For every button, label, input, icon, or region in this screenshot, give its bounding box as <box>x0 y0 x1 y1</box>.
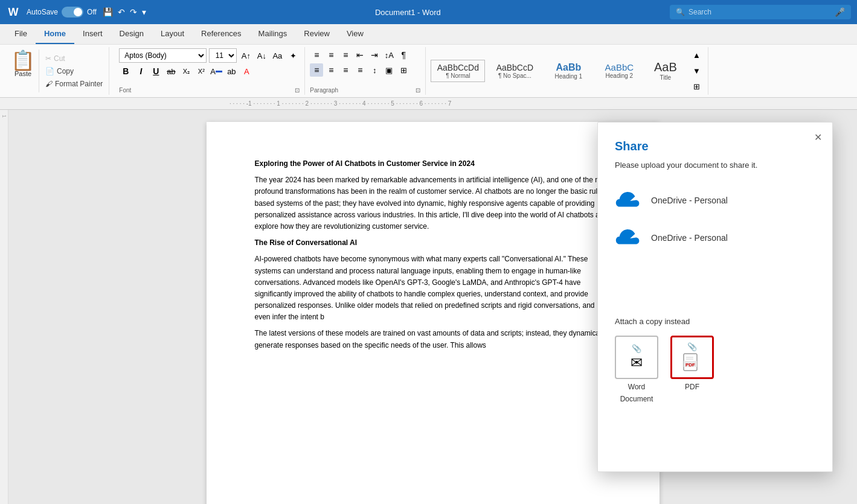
toggle-knob <box>74 8 82 16</box>
italic-button[interactable]: I <box>134 65 147 78</box>
text-highlight-button[interactable]: A <box>240 65 253 78</box>
modal-close-button[interactable]: ✕ <box>810 130 825 144</box>
paperclip-icon: 📎 <box>632 344 641 353</box>
style-h1-label: Heading 1 <box>555 73 583 80</box>
align-right-button[interactable]: ≡ <box>339 63 352 77</box>
search-bar[interactable]: 🔍 Search 🎤 <box>670 5 851 19</box>
styles-scroll-down[interactable]: ▼ <box>690 64 703 77</box>
font-group: Aptos (Body) 11 A↑ A↓ Aa ✦ B I U ab X₂ <box>114 47 305 95</box>
underline-button[interactable]: U <box>149 65 162 78</box>
quick-access-toolbar: 💾 ↶ ↷ ▾ <box>103 7 146 17</box>
doc-para2: AI-powered chatbots have become synonymo… <box>255 254 611 323</box>
paragraph-group: ≡ ≡ ≡ ⇤ ⇥ ↕A ¶ ≡ ≡ ≡ ≡ ↕ ▣ ⊞ <box>305 47 426 95</box>
customize-button[interactable]: ▾ <box>142 7 146 17</box>
paragraph-dialog-button[interactable]: ⊡ <box>416 87 420 94</box>
tab-home[interactable]: Home <box>36 24 74 44</box>
attach-options: 📎 ✉ Word Document 📎 <box>615 336 815 403</box>
attach-pdf-option[interactable]: 📎 PDF PDF <box>670 336 714 403</box>
style-nospace-option[interactable]: AaBbCcD ¶ No Spac... <box>487 60 542 81</box>
style-normal-option[interactable]: AaBbCcDd ¶ Normal <box>431 60 485 82</box>
tab-review[interactable]: Review <box>295 24 338 44</box>
attach-word-option[interactable]: 📎 ✉ Word Document <box>615 336 658 403</box>
sort-button[interactable]: ↕A <box>382 48 396 62</box>
word-attach-box: 📎 ✉ <box>615 336 658 379</box>
doc-para1: The year 2024 has been marked by remarka… <box>255 174 611 232</box>
styles-scroll-up[interactable]: ▲ <box>690 48 703 62</box>
doc-heading2: The Rise of Conversational AI <box>255 237 611 249</box>
save-button[interactable]: 💾 <box>103 7 113 17</box>
style-h2-preview: AaBbC <box>605 62 634 72</box>
style-title-option[interactable]: AaB Title <box>646 58 685 83</box>
font-row2: B I U ab X₂ X² A ab A <box>119 65 253 78</box>
cut-button[interactable]: ✂ Cut <box>43 53 105 64</box>
ribbon-content: 📋 Paste ✂ Cut 📄 Copy 🖌 Format Painter <box>0 44 857 97</box>
style-title-preview: AaB <box>654 60 677 74</box>
tab-file[interactable]: File <box>6 24 36 44</box>
numbering-button[interactable]: ≡ <box>324 48 338 62</box>
style-normal-label: ¶ Normal <box>446 72 470 79</box>
attach-section: Attach a copy instead 📎 ✉ Word Document <box>598 317 832 403</box>
style-heading1-option[interactable]: AaBb Heading 1 <box>544 60 592 82</box>
word-attach-label2: Document <box>620 395 653 403</box>
justify-button[interactable]: ≡ <box>353 63 367 77</box>
share-modal: ✕ Share Please upload your document to s… <box>597 122 833 472</box>
increase-font-button[interactable]: A↑ <box>239 49 252 62</box>
document-area: 1 Exploring the Power of AI Chatbots in … <box>0 110 857 504</box>
multilevel-list-button[interactable]: ≡ <box>339 48 352 62</box>
change-case-button[interactable]: Aa <box>271 49 284 62</box>
font-dialog-button[interactable]: ⊡ <box>295 87 300 94</box>
autosave-state: Off <box>87 8 97 16</box>
undo-button[interactable]: ↶ <box>118 7 125 17</box>
copy-button[interactable]: 📄 Copy <box>43 66 105 77</box>
paste-icon: 📋 <box>11 51 35 70</box>
subscript-button[interactable]: X₂ <box>179 65 193 78</box>
tab-view[interactable]: View <box>338 24 372 44</box>
align-left-button[interactable]: ≡ <box>310 63 323 77</box>
onedrive-option-1[interactable]: OneDrive - Personal <box>598 182 832 219</box>
paragraph-group-label: Paragraph ⊡ <box>310 87 420 94</box>
superscript-button[interactable]: X² <box>194 65 208 78</box>
borders-button[interactable]: ⊞ <box>397 63 410 77</box>
format-painter-button[interactable]: 🖌 Format Painter <box>43 78 105 89</box>
tab-insert[interactable]: Insert <box>74 24 111 44</box>
font-color-button[interactable]: A <box>210 65 223 78</box>
onedrive-icon-1 <box>615 190 641 211</box>
svg-text:PDF: PDF <box>685 362 695 368</box>
font-group-label: Font ⊡ <box>119 87 300 94</box>
decrease-font-button[interactable]: A↓ <box>255 49 268 62</box>
show-marks-button[interactable]: ¶ <box>397 48 410 62</box>
voice-search-icon[interactable]: 🎤 <box>835 7 845 17</box>
bold-button[interactable]: B <box>119 65 132 78</box>
highlight-button[interactable]: ab <box>225 65 238 78</box>
pdf-attach-box: 📎 PDF <box>670 336 714 379</box>
tab-references[interactable]: References <box>193 24 249 44</box>
increase-indent-button[interactable]: ⇥ <box>368 48 381 62</box>
document-page[interactable]: Exploring the Power of AI Chatbots in Cu… <box>207 122 660 504</box>
styles-expand[interactable]: ⊞ <box>690 80 703 93</box>
pdf-icon-wrapper: PDF <box>682 352 702 373</box>
style-heading2-option[interactable]: AaBbC Heading 2 <box>595 60 643 81</box>
align-center-button[interactable]: ≡ <box>324 63 338 77</box>
doc-heading1: Exploring the Power of AI Chatbots in Cu… <box>255 158 611 170</box>
clear-formatting-button[interactable]: ✦ <box>286 49 300 62</box>
ribbon-tabs: File Home Insert Design Layout Reference… <box>0 24 857 44</box>
redo-button[interactable]: ↷ <box>130 7 137 17</box>
onedrive-label-1: OneDrive - Personal <box>651 196 728 205</box>
style-h1-preview: AaBb <box>556 62 581 73</box>
onedrive-option-2[interactable]: OneDrive - Personal <box>598 219 832 257</box>
tab-mailings[interactable]: Mailings <box>250 24 296 44</box>
strikethrough-button[interactable]: ab <box>164 65 178 78</box>
bullets-button[interactable]: ≡ <box>310 48 323 62</box>
pdf-attach-label: PDF <box>685 383 699 391</box>
line-spacing-button[interactable]: ↕ <box>368 63 381 77</box>
autosave-toggle[interactable] <box>62 7 83 18</box>
title-bar: W AutoSave Off 💾 ↶ ↷ ▾ Document1 - Word … <box>0 0 857 24</box>
paste-button[interactable]: 📋 Paste <box>7 49 39 92</box>
decrease-indent-button[interactable]: ⇤ <box>353 48 367 62</box>
font-size-select[interactable]: 11 <box>209 48 237 63</box>
shading-button[interactable]: ▣ <box>382 63 396 77</box>
left-ruler: 1 <box>0 110 8 504</box>
tab-design[interactable]: Design <box>111 24 152 44</box>
font-family-select[interactable]: Aptos (Body) <box>119 48 207 63</box>
tab-layout[interactable]: Layout <box>152 24 193 44</box>
